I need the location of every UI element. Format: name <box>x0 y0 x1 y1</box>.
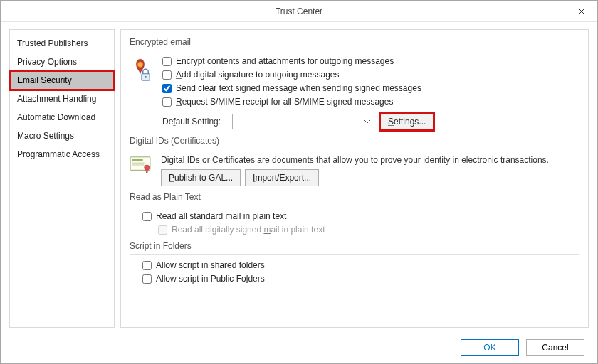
section-title-script-folders: Script in Folders <box>130 238 579 255</box>
svg-point-7 <box>145 165 150 170</box>
checkbox-read-plain[interactable]: Read all standard mail in plain text <box>142 211 579 221</box>
sidebar-item-email-security[interactable]: Email Security <box>10 71 114 90</box>
svg-rect-4 <box>132 159 143 161</box>
default-setting-combo[interactable] <box>232 114 374 129</box>
ok-button[interactable]: OK <box>461 339 519 356</box>
category-sidebar: Trusted Publishers Privacy Options Email… <box>9 29 115 328</box>
sidebar-item-privacy-options[interactable]: Privacy Options <box>10 53 114 71</box>
plain-text-section: Read all standard mail in plain text Rea… <box>142 211 579 235</box>
sidebar-item-attachment-handling[interactable]: Attachment Handling <box>10 90 114 108</box>
svg-point-2 <box>145 76 147 78</box>
checkbox-send-clear-text[interactable]: Send clear text signed message when send… <box>162 83 579 93</box>
checkbox-encrypt-contents[interactable]: Encrypt contents and attachments for out… <box>162 56 579 66</box>
settings-button[interactable]: Settings... <box>380 113 434 130</box>
chevron-down-icon <box>364 118 371 125</box>
close-button[interactable] <box>565 1 597 22</box>
digital-ids-section: Digital IDs or Certificates are document… <box>130 155 579 186</box>
trust-center-window: Trust Center Trusted Publishers Privacy … <box>0 0 598 364</box>
dialog-body: Trusted Publishers Privacy Options Email… <box>1 22 597 332</box>
close-icon <box>578 8 585 15</box>
cancel-button[interactable]: Cancel <box>526 339 584 356</box>
encrypted-email-section: Encrypt contents and attachments for out… <box>130 56 579 130</box>
publish-to-gal-button[interactable]: Publish to GAL... <box>161 169 241 186</box>
default-setting-label: Default Setting: <box>162 117 226 127</box>
checkbox-script-shared[interactable]: Allow script in shared folders <box>142 260 579 270</box>
main-panel: Encrypted email Encrypt contents and att… <box>120 29 589 328</box>
certificate-icon <box>130 155 152 186</box>
sidebar-item-trusted-publishers[interactable]: Trusted Publishers <box>10 34 114 53</box>
import-export-button[interactable]: Import/Export... <box>245 169 319 186</box>
checkbox-add-signature[interactable]: Add digital signature to outgoing messag… <box>162 70 579 80</box>
sidebar-item-programmatic-access[interactable]: Programmatic Access <box>10 145 114 164</box>
checkbox-script-public[interactable]: Allow script in Public Folders <box>142 274 579 284</box>
checkbox-read-signed-plain: Read all digitally signed mail in plain … <box>158 225 579 235</box>
section-title-digital-ids: Digital IDs (Certificates) <box>130 133 579 149</box>
dialog-footer: OK Cancel <box>1 332 597 363</box>
svg-point-0 <box>137 62 143 68</box>
ribbon-lock-icon <box>130 56 152 130</box>
sidebar-item-macro-settings[interactable]: Macro Settings <box>10 127 114 145</box>
window-title: Trust Center <box>276 6 322 16</box>
digital-ids-description: Digital IDs or Certificates are document… <box>161 155 579 165</box>
titlebar: Trust Center <box>1 1 597 22</box>
sidebar-item-automatic-download[interactable]: Automatic Download <box>10 108 114 127</box>
section-title-encrypted-email: Encrypted email <box>130 34 579 50</box>
script-folders-section: Allow script in shared folders Allow scr… <box>142 260 579 284</box>
section-title-plain-text: Read as Plain Text <box>130 189 579 205</box>
checkbox-request-smime-receipt[interactable]: Request S/MIME receipt for all S/MIME si… <box>162 97 579 107</box>
